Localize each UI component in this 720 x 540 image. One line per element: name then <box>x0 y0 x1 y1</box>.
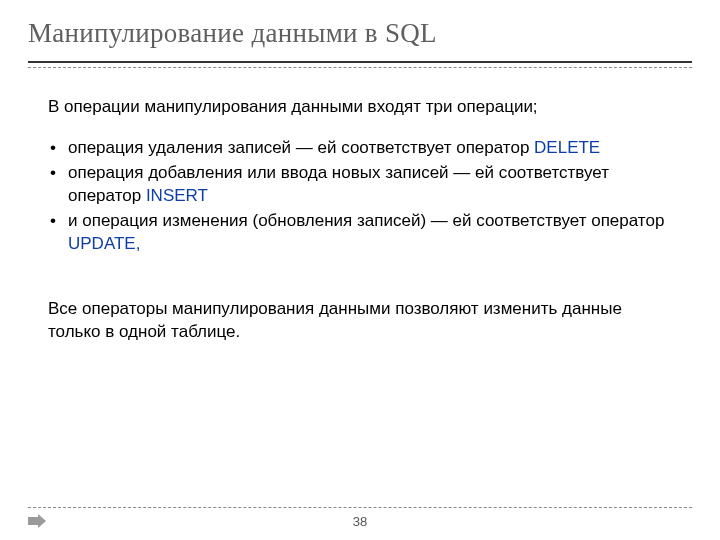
slide: Манипулирование данными в SQL В операции… <box>0 0 720 540</box>
intro-text: В операции манипулирования данными входя… <box>48 96 672 119</box>
divider-solid <box>28 61 692 63</box>
footnote-text: Все операторы манипулирования данными по… <box>48 298 672 344</box>
bullet-text-pre: операция удаления записей — ей соответст… <box>68 138 534 157</box>
footer-divider <box>28 507 692 508</box>
divider-dashed <box>28 67 692 68</box>
list-item: и операция изменения (обновления записей… <box>48 210 672 256</box>
svg-marker-0 <box>28 514 46 528</box>
sql-keyword: INSERT <box>146 186 208 205</box>
footer-row: 38 <box>28 514 692 528</box>
list-item: операция добавления или ввода новых запи… <box>48 162 672 208</box>
sql-keyword: UPDATE, <box>68 234 140 253</box>
list-item: операция удаления записей — ей соответст… <box>48 137 672 160</box>
bullet-text-pre: и операция изменения (обновления записей… <box>68 211 664 230</box>
page-title: Манипулирование данными в SQL <box>28 18 692 49</box>
sql-keyword: DELETE <box>534 138 600 157</box>
content-block: В операции манипулирования данными входя… <box>28 96 692 344</box>
arrow-right-icon <box>28 514 46 528</box>
bullet-list: операция удаления записей — ей соответст… <box>48 137 672 256</box>
footer: 38 <box>0 507 720 528</box>
page-number: 38 <box>353 514 367 529</box>
